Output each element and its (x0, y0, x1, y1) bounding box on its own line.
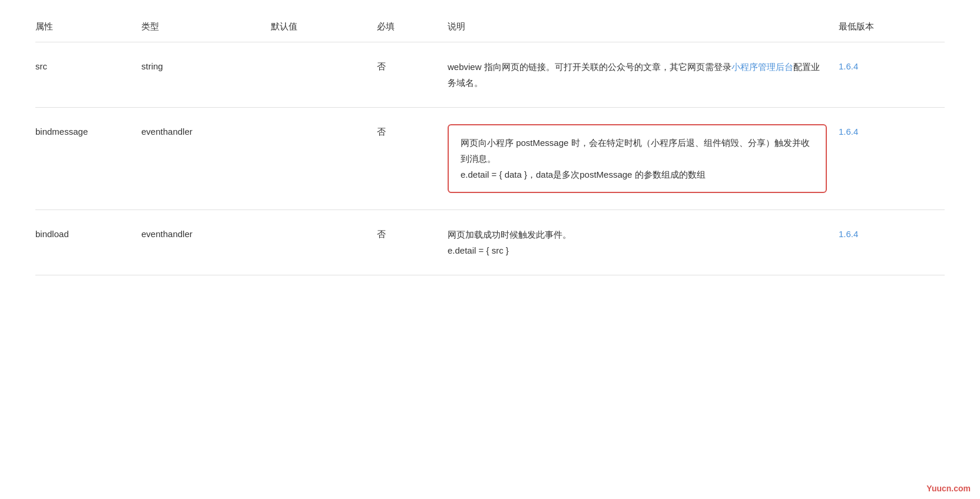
property-required: 否 (377, 124, 448, 139)
miniprogram-admin-link[interactable]: 小程序管理后台 (731, 62, 793, 72)
header-description: 说明 (448, 21, 839, 32)
property-min-version: 1.6.4 (839, 124, 945, 139)
header-type: 类型 (141, 21, 271, 32)
property-description: 网页向小程序 postMessage 时，会在特定时机（小程序后退、组件销毁、分… (448, 124, 839, 193)
property-name: src (35, 59, 141, 74)
api-table: 属性 类型 默认值 必填 说明 最低版本 src string 否 webvie… (0, 12, 980, 275)
table-row: bindmessage eventhandler 否 网页向小程序 postMe… (35, 108, 945, 210)
header-default: 默认值 (271, 21, 377, 32)
property-type: eventhandler (141, 124, 271, 139)
property-required: 否 (377, 227, 448, 242)
property-min-version: 1.6.4 (839, 227, 945, 242)
table-row: bindload eventhandler 否 网页加载成功时候触发此事件。 e… (35, 210, 945, 275)
header-required: 必填 (377, 21, 448, 32)
highlight-description: 网页向小程序 postMessage 时，会在特定时机（小程序后退、组件销毁、分… (448, 124, 827, 193)
property-type: eventhandler (141, 227, 271, 242)
property-name: bindmessage (35, 124, 141, 139)
property-required: 否 (377, 59, 448, 74)
property-description: 网页加载成功时候触发此事件。 e.detail = { src } (448, 227, 839, 258)
property-description: webview 指向网页的链接。可打开关联的公众号的文章，其它网页需登录小程序管… (448, 59, 839, 91)
table-header: 属性 类型 默认值 必填 说明 最低版本 (35, 12, 945, 42)
header-property: 属性 (35, 21, 141, 32)
property-type: string (141, 59, 271, 74)
property-min-version: 1.6.4 (839, 59, 945, 74)
table-row: src string 否 webview 指向网页的链接。可打开关联的公众号的文… (35, 42, 945, 108)
property-name: bindload (35, 227, 141, 242)
header-min-version: 最低版本 (839, 21, 945, 32)
